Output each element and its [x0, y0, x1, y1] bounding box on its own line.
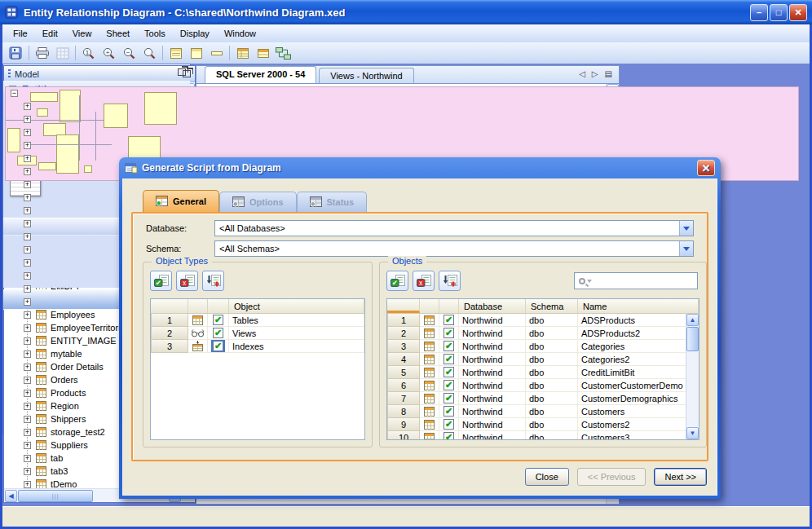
checkbox[interactable]: ✔ [444, 315, 454, 325]
tab-sql-server[interactable]: SQL Server 2000 - 54 [205, 66, 316, 83]
expand-icon[interactable]: + [24, 403, 31, 410]
object-row-customers[interactable]: 8✔NorthwinddboCustomers [387, 405, 699, 418]
expand-icon[interactable]: + [24, 429, 31, 436]
tab-views-northwind[interactable]: Views - Northwind [319, 68, 413, 83]
expand-icon[interactable]: + [24, 337, 31, 345]
checkbox[interactable]: ✔ [444, 393, 454, 403]
expand-icon[interactable]: + [24, 324, 31, 332]
object-row-customercustomerdemo[interactable]: 6✔NorthwinddboCustomerCustomerDemo [387, 379, 699, 392]
menu-edit[interactable]: Edit [35, 26, 65, 41]
row-number[interactable]: 2 [151, 327, 188, 340]
row-number[interactable]: 9 [387, 418, 420, 431]
relationship-icon[interactable] [273, 44, 293, 62]
expand-icon[interactable]: + [24, 285, 31, 293]
checkbox[interactable]: ✔ [213, 328, 223, 338]
expand-icon[interactable]: + [24, 220, 31, 227]
tab-scroll-right-icon[interactable]: ▷ [592, 69, 598, 78]
row-number[interactable]: 2 [387, 327, 420, 340]
zoom-100-icon[interactable]: 1 [78, 44, 99, 62]
row-number[interactable]: 8 [387, 405, 420, 418]
expand-icon[interactable]: + [24, 129, 31, 136]
expand-icon[interactable]: + [24, 311, 31, 319]
next-button[interactable]: Next >> [654, 468, 707, 486]
grid-icon[interactable] [52, 44, 73, 62]
expand-icon[interactable]: + [24, 207, 31, 214]
objects-add-selection-button[interactable] [439, 271, 461, 291]
zoom-in-icon[interactable]: + [99, 44, 119, 62]
checkbox[interactable]: ✔ [444, 380, 454, 390]
object-types-check-all-button[interactable]: ✔ [150, 271, 172, 291]
table-compact-icon[interactable] [253, 44, 273, 62]
objects-check-all-button[interactable]: ✔ [386, 271, 408, 291]
dialog-tab-general[interactable]: General [143, 190, 219, 212]
zoom-out-icon[interactable]: − [119, 44, 139, 62]
row-number[interactable]: 7 [387, 392, 420, 405]
dropdown-button[interactable] [679, 241, 693, 256]
column-header-name[interactable]: Name [578, 299, 699, 313]
object-row-creditlimitbit[interactable]: 5✔NorthwinddboCreditLimitBit [387, 366, 699, 379]
view-large-icon[interactable] [165, 44, 186, 62]
minimize-button[interactable]: – [750, 4, 768, 21]
table-detail-icon[interactable] [232, 44, 253, 62]
menu-tools[interactable]: Tools [137, 26, 173, 41]
expand-icon[interactable]: + [24, 181, 31, 188]
schema-combobox[interactable]: <All Schemas> [214, 240, 694, 257]
menu-file[interactable]: File [6, 26, 35, 41]
collapse-icon[interactable]: − [11, 90, 18, 97]
scrollbar-thumb[interactable]: ||| [18, 490, 93, 502]
checkbox[interactable]: ✔ [444, 432, 454, 440]
tab-list-icon[interactable]: ▤ [605, 69, 612, 78]
column-header-schema[interactable]: Schema [526, 299, 578, 313]
object-row-categories[interactable]: 3✔NorthwinddboCategories [387, 340, 699, 353]
object-type-row-indexes[interactable]: 3✔Indexes [151, 340, 364, 353]
print-icon[interactable] [32, 44, 52, 62]
row-number[interactable]: 10 [387, 431, 420, 440]
close-button[interactable]: Close [525, 468, 569, 486]
checkbox[interactable]: ✔ [444, 354, 454, 364]
expand-icon[interactable]: + [24, 103, 31, 110]
object-type-row-views[interactable]: 2✔Views [151, 327, 364, 340]
float-panel-icon[interactable] [178, 68, 186, 76]
expand-icon[interactable]: + [24, 390, 31, 397]
object-row-adsproducts2[interactable]: 2✔NorthwinddboADSProducts2 [387, 327, 699, 340]
expand-icon[interactable]: + [24, 272, 31, 280]
row-number[interactable]: 5 [387, 366, 420, 379]
dialog-close-button[interactable]: ✕ [697, 160, 715, 176]
expand-icon[interactable]: + [24, 364, 31, 371]
expand-icon[interactable]: + [24, 194, 31, 201]
expand-icon[interactable]: + [24, 442, 31, 449]
scroll-down-icon[interactable]: ▼ [686, 427, 699, 439]
checkbox[interactable]: ✔ [444, 328, 454, 338]
tab-scroll-left-icon[interactable]: ◁ [579, 69, 585, 78]
object-row-customers3[interactable]: 10✔NorthwinddboCustomers3 [387, 431, 699, 440]
expand-icon[interactable]: + [24, 377, 31, 384]
checkbox[interactable]: ✔ [444, 406, 454, 417]
row-number[interactable]: 1 [387, 314, 420, 327]
scroll-up-icon[interactable]: ▲ [686, 314, 699, 326]
expand-icon[interactable]: + [24, 416, 31, 423]
expand-icon[interactable]: + [24, 350, 31, 358]
row-number[interactable]: 3 [387, 340, 420, 353]
expand-icon[interactable]: + [24, 168, 31, 175]
object-row-customerdemographics[interactable]: 7✔NorthwinddboCustomerDemographics [387, 392, 699, 405]
scroll-left-icon[interactable]: ◀ [5, 490, 17, 502]
view-medium-icon[interactable] [186, 44, 206, 62]
object-types-uncheck-all-button[interactable]: x [176, 271, 198, 291]
objects-grid-scrollbar[interactable]: ▲ ▼ [686, 314, 699, 439]
row-number[interactable]: 3 [151, 340, 188, 353]
expand-icon[interactable]: + [24, 233, 31, 240]
expand-icon[interactable]: + [24, 455, 31, 462]
object-types-add-selection-button[interactable] [202, 271, 224, 291]
zoom-fit-icon[interactable] [139, 44, 160, 62]
database-combobox[interactable]: <All Databases> [214, 220, 694, 236]
column-header-database[interactable]: Database [459, 299, 526, 313]
column-header-object[interactable]: Object [229, 299, 364, 313]
checkbox[interactable]: ✔ [444, 367, 454, 377]
object-row-customers2[interactable]: 9✔NorthwinddboCustomers2 [387, 418, 699, 431]
close-button[interactable]: ✕ [789, 4, 807, 21]
view-small-icon[interactable] [206, 44, 227, 62]
dropdown-button[interactable] [679, 221, 693, 236]
object-row-adsproducts[interactable]: 1✔NorthwinddboADSProducts [387, 314, 699, 327]
object-row-categories2[interactable]: 4✔NorthwinddboCategories2 [387, 353, 699, 366]
maximize-button[interactable]: □ [770, 4, 788, 21]
